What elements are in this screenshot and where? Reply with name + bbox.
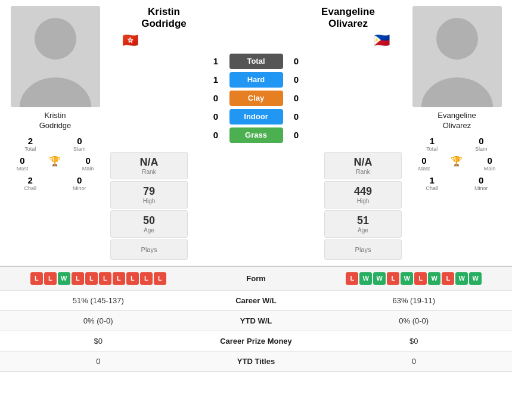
right-name-h2: Evangeline Olivarez [297,6,399,30]
left-age-lbl: Age [113,227,185,234]
titles-left: 0 [0,357,197,366]
score-hard: 1 Hard 0 [113,72,399,88]
form-badge-left-L: L [140,272,153,285]
left-player-avatar [11,6,100,107]
left-total-val: 2 [28,136,33,146]
left-trophy1: 🏆 [49,155,61,172]
titles-right: 0 [316,357,513,366]
left-mast-lbl: Mast [17,166,29,172]
right-high-val: 449 [327,185,399,198]
career-wl-row: 51% (145-137) Career W/L 63% (19-11) [0,291,512,311]
form-badge-right-W: W [469,272,482,285]
right-rank-box: N/A Rank [324,152,402,179]
form-badge-right-W: W [428,272,440,285]
prize-label: Career Prize Money [197,337,316,346]
left-rank-val: N/A [113,156,185,169]
left-minor-lbl: Minor [73,185,86,191]
left-main-lbl: Main [82,166,94,172]
form-badge-left-L: L [72,272,84,285]
left-high-val: 79 [113,185,185,198]
right-slam-cell: 0 Slam [475,136,488,152]
form-left-badges: LLWLLLLLLL [0,272,197,285]
right-plays-lbl: Plays [327,244,399,256]
left-mast-val: 0 [20,155,24,166]
form-badge-right-L: L [346,272,358,285]
score-grass: 0 Grass 0 [113,127,399,143]
form-label: Form [197,274,316,283]
left-name-center: Kristin Godridge [113,6,215,30]
score-clay-left: 0 [209,93,224,103]
left-stat-row1: 2 Total 0 Slam [3,134,107,154]
right-high-box: 449 High [324,181,402,209]
left-info-panel: N/A Rank 79 High 50 Age Plays [110,152,188,260]
names-row: Kristin Godridge Evangeline Olivarez [107,6,405,30]
badge-total: Total [229,54,283,69]
right-stat-row3: 1 Chall 0 Minor [405,173,509,193]
right-slam-val: 0 [479,136,483,146]
score-grass-left: 0 [209,130,224,140]
prize-row: $0 Career Prize Money $0 [0,331,512,351]
right-plays-box: Plays [324,239,402,260]
right-rank-val: N/A [327,156,399,169]
svg-point-1 [35,18,76,60]
left-stat-row2: 0 Mast 🏆 0 Main [3,154,107,173]
score-hard-right: 0 [289,74,304,85]
left-main-val: 0 [85,155,90,166]
badge-indoor: Indoor [229,109,283,125]
form-badge-left-L: L [85,272,98,285]
right-mast-cell: 0 Mast [418,155,430,172]
right-age-val: 51 [327,214,399,227]
form-badge-right-W: W [455,272,468,285]
right-chall-cell: 1 Chall [426,175,438,191]
career-wl-left: 51% (145-137) [0,296,197,305]
prize-left: $0 [0,337,197,346]
left-rank-box: N/A Rank [110,152,188,179]
left-name-h2: Kristin Godridge [113,6,215,30]
left-flag: 🇭🇰 [122,33,138,48]
left-rank-lbl: Rank [113,169,185,175]
form-row: LLWLLLLLLL Form LWWLWLWLWW [0,267,512,291]
left-total-lbl: Total [24,146,36,152]
left-player-zone: Kristin Godridge 2 Total 0 Slam 0 Mast [3,6,107,260]
right-player-avatar [412,6,502,107]
right-total-lbl: Total [426,146,437,152]
right-minor-val: 0 [479,175,483,185]
form-right-cell: LWWLWLWLWW [316,272,513,285]
right-age-lbl: Age [327,227,399,234]
trophy-icon-right: 🏆 [451,155,463,167]
right-mast-val: 0 [421,155,426,166]
left-minor-val: 0 [77,175,82,185]
form-badge-left-L: L [99,272,111,285]
right-slam-lbl: Slam [475,146,488,152]
left-minor-cell: 0 Minor [73,175,86,191]
form-right-badges: LWWLWLWLWW [316,272,513,285]
badge-hard: Hard [229,72,283,88]
score-total: 1 Total 0 [113,54,399,69]
form-badge-left-W: W [58,272,70,285]
left-total-cell: 2 Total [24,136,36,152]
score-total-right: 0 [289,56,304,66]
career-wl-right: 63% (19-11) [316,296,513,305]
left-slam-val: 0 [77,136,82,146]
right-total-val: 1 [430,136,435,146]
right-trophy1: 🏆 [451,155,463,172]
career-wl-label: Career W/L [197,296,316,305]
left-high-lbl: High [113,198,185,204]
right-rank-lbl: Rank [327,169,399,175]
left-age-box: 50 Age [110,210,188,238]
score-hard-left: 1 [209,74,224,85]
right-main-lbl: Main [484,166,496,172]
score-indoor: 0 Indoor 0 [113,109,399,125]
right-flag: 🇵🇭 [374,33,390,48]
badge-clay: Clay [229,91,283,106]
form-badge-left-L: L [30,272,43,285]
main-layout: Kristin Godridge 2 Total 0 Slam 0 Mast [0,0,512,372]
right-high-lbl: High [327,198,399,204]
left-chall-lbl: Chall [24,185,36,191]
scores-area: 1 Total 0 1 Hard 0 0 [107,51,405,146]
left-age-val: 50 [113,214,185,227]
left-plays-lbl: Plays [113,244,185,256]
left-player-name-below: Kristin Godridge [39,111,71,131]
right-stat-row1: 1 Total 0 Slam [405,134,509,154]
right-mast-lbl: Mast [418,166,430,172]
